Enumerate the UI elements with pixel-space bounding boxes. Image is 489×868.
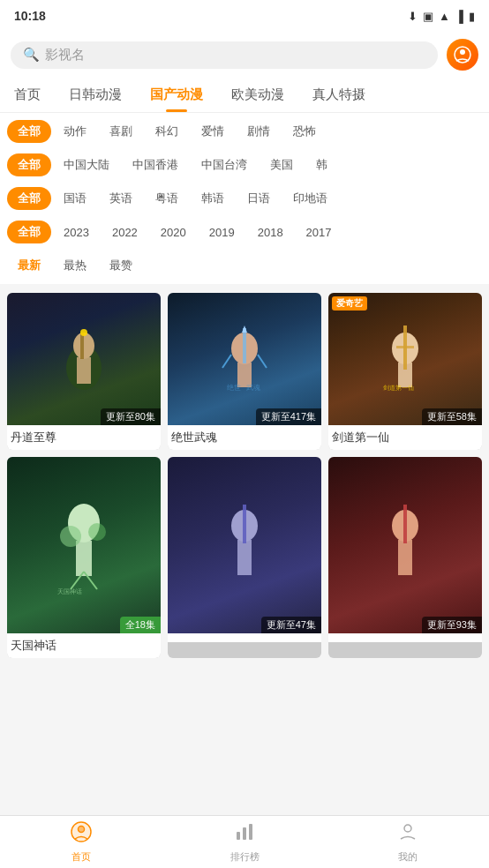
filter-region-row: 全部 中国大陆 中国香港 中国台湾 美国 韩 (0, 148, 489, 182)
card-dandao-badge: 更新至80集 (101, 408, 161, 425)
filter-genre-comedy[interactable]: 喜剧 (99, 120, 143, 143)
search-input-wrap[interactable]: 🔍 影视名 (11, 41, 438, 69)
card-jiandao-vip: 爱奇艺 (332, 296, 367, 311)
card-jueshi[interactable]: 绝世 武魂 更新至417集 绝世武魂 (168, 293, 321, 450)
filter-region-tw[interactable]: 中国台湾 (191, 153, 258, 176)
card-jueshi-title: 绝世武魂 (168, 425, 321, 450)
svg-rect-38 (243, 827, 246, 840)
filter-genre-romance[interactable]: 爱情 (191, 120, 235, 143)
tab-home[interactable]: 首页 (0, 78, 55, 112)
bottom-nav-mine-label: 我的 (398, 850, 418, 864)
user-icon (397, 821, 418, 848)
card-jiandao-badge: 更新至58集 (422, 408, 482, 425)
filter-lang-all[interactable]: 全部 (7, 187, 51, 210)
card-dandao[interactable]: 更新至80集 丹道至尊 (7, 293, 161, 450)
card-6-title (328, 633, 482, 642)
filter-lang-japanese[interactable]: 日语 (237, 187, 281, 210)
filter-genre-drama[interactable]: 剧情 (237, 120, 281, 143)
svg-marker-12 (242, 326, 247, 333)
battery-icon: ▮ (469, 10, 475, 23)
filter-year-2019[interactable]: 2019 (199, 222, 245, 243)
svg-rect-37 (237, 832, 240, 840)
svg-rect-11 (243, 328, 246, 363)
svg-line-10 (258, 355, 267, 368)
wifi-icon: ▲ (439, 10, 450, 23)
svg-text:绝世: 绝世 (227, 384, 241, 392)
content-area: 更新至80集 丹道至尊 绝世 武魂 (0, 284, 489, 729)
filter-year-2018[interactable]: 2018 (247, 222, 294, 243)
svg-point-1 (460, 49, 465, 55)
filter-sort-best[interactable]: 最赞 (99, 254, 143, 277)
filter-year-2023[interactable]: 2023 (53, 222, 100, 243)
app-icon: ▣ (423, 10, 433, 23)
filter-year-2022[interactable]: 2022 (102, 222, 148, 243)
card-tianguo-title: 天国神话 (7, 633, 161, 658)
card-5[interactable]: 更新至47集 (168, 457, 321, 658)
status-bar: 10:18 ⬇ ▣ ▲ ▐ ▮ (0, 0, 489, 32)
filter-sort-newest[interactable]: 最新 (7, 254, 51, 277)
filters: 全部 动作 喜剧 科幻 爱情 剧情 恐怖 全部 中国大陆 中国香港 中国台湾 美… (0, 113, 489, 284)
svg-rect-4 (77, 357, 91, 384)
filter-genre-action[interactable]: 动作 (53, 120, 97, 143)
signal-icon: ▐ (455, 10, 463, 23)
status-time: 10:18 (14, 9, 46, 23)
filter-genre-scifi[interactable]: 科幻 (145, 120, 189, 143)
filter-genre-horror[interactable]: 恐怖 (282, 120, 327, 143)
filter-region-hk[interactable]: 中国香港 (122, 153, 189, 176)
filter-year-2020[interactable]: 2020 (150, 222, 197, 243)
filter-sort-hottest[interactable]: 最热 (53, 254, 97, 277)
svg-rect-18 (396, 346, 414, 348)
filter-year-all[interactable]: 全部 (7, 221, 51, 243)
filter-genre-all[interactable]: 全部 (7, 120, 51, 143)
bottom-nav-mine[interactable]: 我的 (326, 821, 489, 864)
filter-region-kr[interactable]: 韩 (305, 153, 338, 176)
bottom-nav-ranking[interactable]: 排行榜 (163, 821, 327, 864)
tab-cn-anime[interactable]: 国产动漫 (136, 78, 217, 112)
tab-live-action[interactable]: 真人特摄 (298, 78, 380, 112)
svg-rect-29 (243, 505, 246, 543)
svg-point-40 (404, 825, 411, 832)
card-tianguo-badge: 全18集 (120, 617, 161, 633)
card-6[interactable]: 更新至93集 (328, 457, 482, 658)
filter-sort-row: 最新 最热 最赞 (0, 249, 489, 282)
card-jiandao[interactable]: 剑道第一仙 爱奇艺 更新至58集 剑道第一仙 (328, 293, 482, 450)
card-tianguo[interactable]: 天国神话 全18集 天国神话 (7, 457, 161, 658)
card-5-badge: 更新至47集 (261, 617, 321, 633)
svg-text:天国神话: 天国神话 (57, 588, 82, 595)
filter-region-us[interactable]: 美国 (260, 153, 304, 176)
svg-point-22 (60, 526, 81, 547)
filter-lang-mandarin[interactable]: 国语 (53, 187, 97, 210)
svg-rect-28 (237, 540, 252, 575)
filter-genre-row: 全部 动作 喜剧 科幻 爱情 剧情 恐怖 (0, 115, 489, 148)
tab-jk-anime[interactable]: 日韩动漫 (55, 78, 136, 112)
svg-point-36 (79, 827, 84, 832)
filter-region-all[interactable]: 全部 (7, 153, 51, 176)
filter-lang-cantonese[interactable]: 粤语 (145, 187, 189, 210)
filter-lang-english[interactable]: 英语 (99, 187, 143, 210)
card-6-badge: 更新至93集 (422, 617, 482, 633)
svg-rect-5 (80, 333, 84, 359)
search-placeholder: 影视名 (45, 47, 85, 64)
svg-rect-32 (403, 505, 407, 543)
filter-language-row: 全部 国语 英语 粤语 韩语 日语 印地语 (0, 182, 489, 215)
status-icons: ⬇ ▣ ▲ ▐ ▮ (408, 10, 475, 23)
bottom-nav-home-label: 首页 (71, 850, 91, 864)
search-icon: 🔍 (23, 47, 40, 63)
nav-tabs: 首页 日韩动漫 国产动漫 欧美动漫 真人特摄 (0, 78, 489, 113)
filter-lang-hindi[interactable]: 印地语 (282, 187, 338, 210)
bottom-nav: 首页 排行榜 我的 (0, 815, 489, 868)
svg-rect-39 (249, 824, 252, 840)
bottom-nav-home[interactable]: 首页 (0, 821, 163, 864)
card-jueshi-badge: 更新至417集 (256, 408, 321, 425)
card-jiandao-title: 剑道第一仙 (328, 425, 482, 450)
svg-text:剑道第一仙: 剑道第一仙 (383, 385, 414, 391)
filter-lang-korean[interactable]: 韩语 (191, 187, 235, 210)
svg-line-9 (222, 355, 231, 368)
avatar-button[interactable] (447, 39, 478, 71)
filter-region-mainland[interactable]: 中国大陆 (53, 153, 120, 176)
filter-year-2017[interactable]: 2017 (296, 222, 342, 243)
tab-western-anime[interactable]: 欧美动漫 (217, 78, 298, 112)
search-bar: 🔍 影视名 (0, 32, 489, 78)
chart-icon (234, 821, 255, 848)
svg-text:武魂: 武魂 (246, 384, 260, 392)
